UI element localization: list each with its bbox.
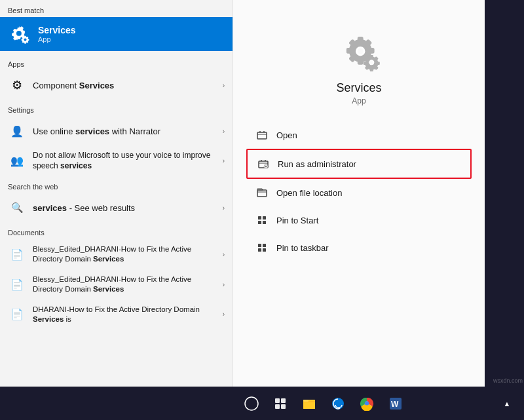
- pin-to-taskbar-icon: [254, 240, 270, 256]
- services-icon-large: [8, 22, 31, 46]
- run-as-admin-label: Run as administrator: [278, 159, 356, 169]
- doc-icon-1: 📄: [8, 245, 26, 263]
- taskbar-file-explorer-btn[interactable]: [296, 391, 322, 417]
- doc-label-1: Blessy_Edited_DHARANI-How to Fix the Act…: [33, 244, 223, 264]
- svg-rect-12: [258, 216, 261, 220]
- action-pin-to-start[interactable]: Pin to Start: [246, 206, 472, 234]
- svg-rect-26: [303, 401, 315, 409]
- chevron-icon-2: ›: [223, 128, 225, 135]
- doc-item-1[interactable]: 📄 Blessy_Edited_DHARANI-How to Fix the A…: [0, 239, 233, 269]
- doc-label-3: DHARANI-How to Fix the Active Directory …: [33, 305, 223, 324]
- svg-rect-22: [281, 398, 286, 403]
- settings-section-label: Settings: [0, 100, 233, 117]
- svg-point-7: [370, 61, 373, 64]
- svg-rect-14: [258, 221, 261, 224]
- apps-section-label: Apps: [0, 54, 233, 71]
- best-match-sub: App: [38, 35, 76, 43]
- component-services-label: Component Services: [33, 81, 223, 90]
- svg-point-1: [16, 31, 22, 36]
- svg-point-5: [358, 48, 364, 54]
- best-match-name: Services: [38, 25, 76, 35]
- svg-point-20: [245, 397, 258, 410]
- narrator-services-label: Use online services with Narrator: [33, 126, 223, 136]
- speech-services-item[interactable]: 👥 Do not allow Microsoft to use your voi…: [0, 145, 233, 176]
- component-services-icon: ⚙: [8, 76, 26, 94]
- doc-icon-2: 📄: [8, 275, 26, 294]
- watermark: wsxdn.com: [493, 377, 523, 384]
- right-panel-app-name: Services: [336, 81, 381, 95]
- taskbar: W ▲: [0, 387, 524, 420]
- taskbar-search-btn[interactable]: [238, 391, 265, 417]
- svg-rect-8: [257, 132, 267, 139]
- svg-rect-24: [281, 404, 286, 409]
- best-match-item[interactable]: Services App: [0, 17, 233, 51]
- svg-rect-21: [275, 398, 280, 403]
- svg-rect-17: [263, 244, 266, 247]
- pin-to-start-icon: [254, 212, 270, 228]
- taskbar-system-tray[interactable]: ▲: [494, 391, 520, 417]
- open-file-location-label: Open file location: [276, 188, 342, 198]
- doc-item-3[interactable]: 📄 DHARANI-How to Fix the Active Director…: [0, 299, 233, 330]
- web-search-item[interactable]: 🔍 services - See web results ›: [0, 193, 233, 222]
- open-label: Open: [276, 130, 297, 140]
- action-open-file-location[interactable]: Open file location: [246, 179, 472, 206]
- right-panel: Services App Open: [233, 0, 485, 387]
- action-pin-to-taskbar[interactable]: Pin to taskbar: [246, 234, 472, 261]
- svg-rect-16: [258, 244, 261, 247]
- speech-services-label: Do not allow Microsoft to use your voice…: [33, 151, 223, 171]
- chevron-icon-6: ›: [223, 281, 225, 288]
- svg-rect-13: [263, 216, 266, 220]
- svg-rect-18: [258, 248, 261, 252]
- search-web-icon: 🔍: [8, 199, 26, 217]
- doc-item-2[interactable]: 📄 Blessy_Edited_DHARANI-How to Fix the A…: [0, 269, 233, 299]
- action-open[interactable]: Open: [246, 121, 472, 149]
- taskbar-chrome-btn[interactable]: [354, 391, 380, 417]
- chevron-icon-5: ›: [223, 251, 225, 258]
- documents-section-label: Documents: [0, 222, 233, 239]
- chevron-icon-4: ›: [223, 204, 225, 212]
- chevron-icon: ›: [223, 82, 225, 89]
- web-section-label: Search the web: [0, 176, 233, 193]
- pin-to-start-label: Pin to Start: [276, 216, 318, 225]
- web-search-label: services - See web results: [33, 203, 223, 213]
- open-icon: [254, 127, 270, 143]
- svg-point-3: [24, 39, 27, 41]
- taskbar-edge-btn[interactable]: [325, 391, 351, 417]
- app-icon-large: [335, 26, 383, 73]
- svg-rect-15: [263, 221, 266, 224]
- pin-to-taskbar-label: Pin to taskbar: [276, 243, 329, 253]
- svg-rect-19: [263, 248, 266, 252]
- svg-rect-11: [257, 190, 267, 197]
- svg-rect-23: [275, 404, 280, 409]
- taskbar-task-view-btn[interactable]: [267, 391, 293, 417]
- speech-icon: 👥: [8, 152, 26, 170]
- right-panel-app-sub: App: [352, 96, 365, 105]
- doc-label-2: Blessy_Edited_DHARANI-How to Fix the Act…: [33, 275, 223, 294]
- narrator-icon: 👤: [8, 122, 26, 140]
- action-run-as-admin[interactable]: Run as administrator: [246, 149, 472, 179]
- chevron-icon-7: ›: [223, 311, 225, 318]
- narrator-services-item[interactable]: 👤 Use online services with Narrator ›: [0, 117, 233, 145]
- best-match-label: Best match: [0, 0, 233, 17]
- doc-icon-3: 📄: [8, 305, 26, 324]
- open-file-location-icon: [254, 185, 270, 200]
- taskbar-word-btn[interactable]: W: [383, 391, 409, 417]
- svg-text:W: W: [391, 400, 399, 409]
- action-list: Open Run as administrator: [233, 121, 485, 261]
- chevron-icon-3: ›: [223, 157, 225, 164]
- run-as-admin-icon: [255, 156, 271, 172]
- svg-rect-27: [303, 400, 309, 402]
- component-services-item[interactable]: ⚙ Component Services ›: [0, 71, 233, 100]
